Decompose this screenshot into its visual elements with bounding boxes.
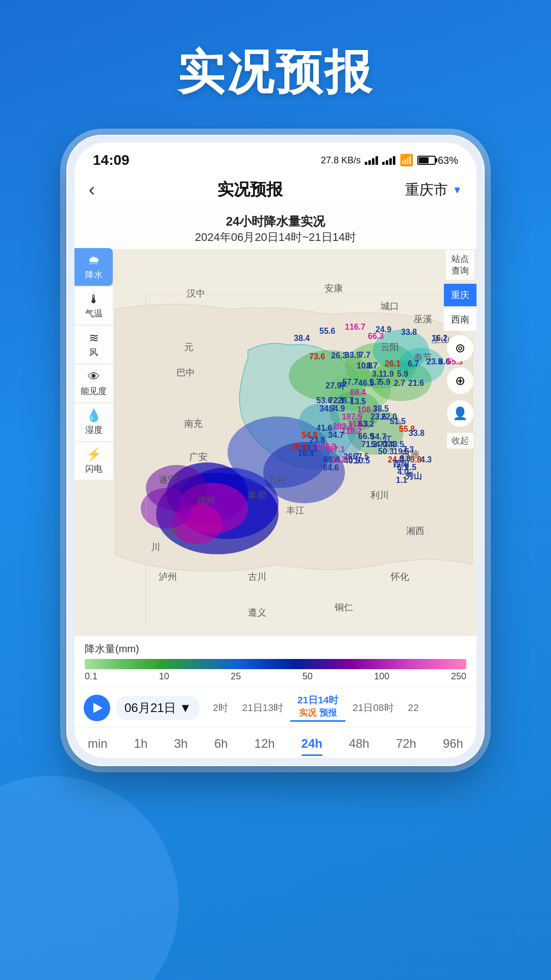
svg-text:64.6: 64.6 (323, 463, 339, 472)
legend-val-1: 10 (159, 671, 169, 682)
status-time: 14:09 (93, 152, 130, 168)
svg-text:26.3: 26.3 (331, 351, 347, 360)
tab-6h[interactable]: 6h (214, 733, 228, 754)
playback-bar: 06月21日 ▼ 2时 21日13时 21日14时 实况 预报 (74, 686, 477, 727)
chongqing-button[interactable]: 重庆 (444, 284, 477, 306)
map-title: 24小时降水量实况 2024年06月20日14时~21日14时 (74, 207, 477, 249)
tab-12h[interactable]: 12h (255, 733, 275, 754)
map-svg: 汉中 安康 元 巴中 南充 广安 遂宁 达州 遂 泸州 古川 遵义 铜仁 湘西 … (74, 207, 477, 636)
sidebar-item-visibility[interactable]: 👁 能见度 (74, 364, 113, 402)
svg-text:铜仁: 铜仁 (334, 602, 353, 612)
sidebar-left: 🌧 降水 🌡 气温 ≋ 风 👁 能见度 💧 湿度 (74, 248, 113, 480)
sidebar-item-wind[interactable]: ≋ 风 (74, 326, 113, 363)
nav-title: 实况预报 (217, 179, 283, 201)
station-query: 站点查询 (446, 250, 474, 280)
collapse-button[interactable]: 收起 (447, 433, 473, 449)
time-slot-label: 21日08时 (353, 701, 393, 715)
time-slot-8[interactable]: 21日08时 (345, 701, 400, 715)
tab-96h[interactable]: 96h (443, 733, 463, 754)
svg-text:16.4: 16.4 (298, 449, 314, 458)
status-icons: 27.8 KB/s 📶 6 (321, 154, 458, 167)
svg-text:197.1: 197.1 (324, 445, 345, 454)
svg-text:66.3: 66.3 (368, 332, 384, 340)
svg-text:遵义: 遵义 (248, 607, 266, 618)
svg-text:33.9: 33.9 (345, 351, 361, 359)
time-slot-label: 22 (408, 702, 419, 714)
time-slot-22[interactable]: 22 (401, 702, 426, 714)
humidity-icon: 💧 (86, 408, 102, 423)
svg-text:遂宁: 遂宁 (159, 475, 177, 485)
svg-text:7.3: 7.3 (403, 445, 414, 454)
tab-1h[interactable]: 1h (134, 733, 148, 754)
svg-text:5.9: 5.9 (379, 378, 390, 386)
svg-text:4.3: 4.3 (420, 455, 432, 464)
play-icon (93, 703, 103, 713)
svg-text:8.7: 8.7 (366, 361, 378, 370)
time-slot-13[interactable]: 21日13时 (235, 701, 290, 715)
panel-right: 站点查询 重庆 西南 ⊚ ⊕ 👤 收起 (444, 248, 477, 451)
location-name: 重庆市 (405, 180, 448, 200)
svg-text:平: 平 (339, 382, 347, 390)
sidebar-item-rain[interactable]: 🌧 降水 (74, 248, 113, 286)
svg-text:116.7: 116.7 (345, 323, 365, 331)
svg-text:川: 川 (151, 542, 160, 552)
legend-val-0: 0.1 (85, 671, 97, 682)
svg-text:安康: 安康 (324, 283, 343, 293)
svg-text:33.8: 33.8 (409, 429, 424, 437)
layers-button[interactable]: ⊚ (447, 335, 473, 361)
tab-48h[interactable]: 48h (349, 733, 369, 754)
time-slot-label: 21日14时 (297, 694, 338, 707)
svg-text:泸州: 泸州 (159, 572, 177, 582)
location-button[interactable]: ⊕ (447, 368, 473, 394)
svg-text:丰都: 丰都 (248, 490, 266, 500)
humidity-label: 湿度 (85, 424, 103, 436)
sidebar-item-lightning[interactable]: ⚡ 闪电 (74, 442, 113, 480)
time-slot-label: 2时 (213, 701, 228, 715)
forecast-tag: 预报 (319, 707, 337, 719)
svg-text:13.5: 13.5 (350, 397, 366, 406)
legend-val-5: 250 (451, 671, 466, 682)
legend-bar: 降水量(mm) 0.1 10 25 50 100 250 (74, 636, 477, 686)
wifi-icon: 📶 (399, 154, 413, 167)
person-button[interactable]: 👤 (447, 400, 473, 427)
temp-icon: 🌡 (88, 292, 100, 306)
time-slot-tags: 实况 预报 (299, 707, 337, 719)
tab-24h[interactable]: 24h (302, 733, 322, 754)
svg-text:城口: 城口 (380, 301, 399, 311)
time-slot-label: 21日13时 (242, 701, 283, 715)
play-button[interactable] (84, 695, 110, 721)
svg-text:38.4: 38.4 (294, 334, 310, 342)
back-button[interactable]: ‹ (89, 179, 95, 201)
time-slots: 2时 21日13时 21日14时 实况 预报 21日08时 (206, 694, 467, 722)
nav-bar: ‹ 实况预报 重庆市 ▼ (74, 173, 477, 207)
sidebar-item-humidity[interactable]: 💧 湿度 (74, 403, 113, 441)
svg-text:巫溪: 巫溪 (414, 314, 432, 324)
battery-box: 63% (417, 155, 458, 166)
svg-text:7.7: 7.7 (359, 351, 370, 359)
date-selector[interactable]: 06月21日 ▼ (116, 696, 199, 720)
duration-tabs: min 1h 3h 6h 12h 24h 48h 72h 96h (74, 727, 477, 758)
svg-text:元: 元 (184, 342, 193, 352)
svg-text:云阳: 云阳 (381, 342, 399, 352)
svg-text:西阳: 西阳 (393, 459, 409, 468)
map-area: 24小时降水量实况 2024年06月20日14时~21日14时 (74, 207, 477, 636)
xinan-button[interactable]: 西南 (444, 308, 477, 331)
location-dropdown-icon: ▼ (452, 184, 462, 196)
tab-min[interactable]: min (88, 733, 108, 754)
svg-text:湘西: 湘西 (406, 526, 424, 536)
svg-text:秀山: 秀山 (406, 471, 422, 480)
svg-text:广安: 广安 (189, 452, 208, 462)
sidebar-item-temp[interactable]: 🌡 气温 (74, 287, 113, 325)
svg-text:3.1: 3.1 (372, 370, 383, 378)
svg-text:34.7: 34.7 (328, 431, 344, 439)
svg-text:1.1: 1.1 (396, 476, 407, 484)
tab-72h[interactable]: 72h (396, 733, 416, 754)
tab-3h[interactable]: 3h (174, 733, 188, 754)
time-slot-2[interactable]: 2时 (206, 701, 235, 715)
svg-text:5.9: 5.9 (397, 370, 408, 378)
legend-val-2: 25 (231, 671, 241, 682)
realtime-tag: 实况 (299, 707, 316, 719)
nav-location[interactable]: 重庆市 ▼ (405, 180, 462, 200)
time-slot-14-active[interactable]: 21日14时 实况 预报 (290, 694, 345, 722)
phone-inner: 14:09 27.8 KB/s 📶 (74, 143, 477, 758)
